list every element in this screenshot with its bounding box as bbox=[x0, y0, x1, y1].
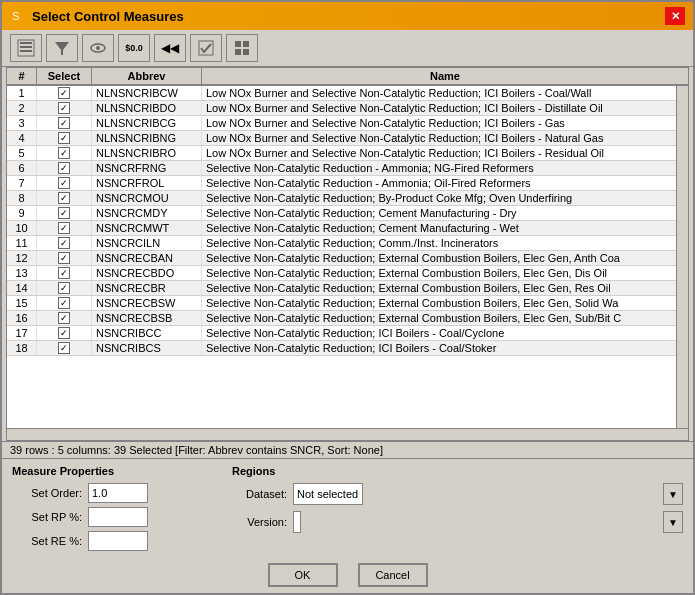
row-name: Selective Non-Catalytic Reduction; Exter… bbox=[202, 266, 676, 280]
horizontal-scrollbar[interactable] bbox=[7, 428, 688, 440]
check-icon bbox=[197, 39, 215, 57]
row-select[interactable] bbox=[37, 191, 92, 205]
checkbox[interactable] bbox=[58, 312, 70, 324]
row-select[interactable] bbox=[37, 341, 92, 355]
svg-rect-11 bbox=[243, 41, 249, 47]
col-header-num: # bbox=[7, 68, 37, 84]
eye-button[interactable] bbox=[82, 34, 114, 62]
rewind-button[interactable]: ◀◀ bbox=[154, 34, 186, 62]
table-row[interactable]: 16 NSNCRECBSB Selective Non-Catalytic Re… bbox=[7, 311, 676, 326]
table-row[interactable]: 10 NSNCRCMWT Selective Non-Catalytic Red… bbox=[7, 221, 676, 236]
row-select[interactable] bbox=[37, 146, 92, 160]
close-button[interactable]: ✕ bbox=[665, 7, 685, 25]
row-select[interactable] bbox=[37, 176, 92, 190]
checkbox[interactable] bbox=[58, 147, 70, 159]
checkbox[interactable] bbox=[58, 177, 70, 189]
regions-title: Regions bbox=[232, 465, 683, 477]
row-select[interactable] bbox=[37, 236, 92, 250]
checkbox[interactable] bbox=[58, 222, 70, 234]
funnel-button[interactable] bbox=[46, 34, 78, 62]
table-row[interactable]: 3 NLNSNCRIBCG Low NOx Burner and Selecti… bbox=[7, 116, 676, 131]
row-select[interactable] bbox=[37, 131, 92, 145]
row-select[interactable] bbox=[37, 161, 92, 175]
checkbox[interactable] bbox=[58, 297, 70, 309]
row-select[interactable] bbox=[37, 281, 92, 295]
table-row[interactable]: 11 NSNCRCILN Selective Non-Catalytic Red… bbox=[7, 236, 676, 251]
check-button[interactable] bbox=[190, 34, 222, 62]
row-num: 9 bbox=[7, 206, 37, 220]
set-re-input[interactable] bbox=[88, 531, 148, 551]
svg-rect-10 bbox=[235, 41, 241, 47]
row-select[interactable] bbox=[37, 311, 92, 325]
table-row[interactable]: 7 NSNCRFROL Selective Non-Catalytic Redu… bbox=[7, 176, 676, 191]
set-order-row: Set Order: bbox=[12, 483, 212, 503]
table-row[interactable]: 17 NSNCRIBCC Selective Non-Catalytic Red… bbox=[7, 326, 676, 341]
row-select[interactable] bbox=[37, 101, 92, 115]
checkbox[interactable] bbox=[58, 192, 70, 204]
funnel-icon bbox=[53, 39, 71, 57]
checkbox[interactable] bbox=[58, 252, 70, 264]
toolbar: $0.0 ◀◀ bbox=[2, 30, 693, 67]
checkbox[interactable] bbox=[58, 117, 70, 129]
checkbox[interactable] bbox=[58, 87, 70, 99]
version-row: Version: ▼ bbox=[232, 511, 683, 533]
row-select[interactable] bbox=[37, 116, 92, 130]
version-dropdown-wrapper: ▼ bbox=[293, 511, 683, 533]
cancel-button[interactable]: Cancel bbox=[358, 563, 428, 587]
row-name: Selective Non-Catalytic Reduction; Exter… bbox=[202, 311, 676, 325]
title-bar: S Select Control Measures ✕ bbox=[2, 2, 693, 30]
filter-button[interactable] bbox=[10, 34, 42, 62]
table-row[interactable]: 15 NSNCRECBSW Selective Non-Catalytic Re… bbox=[7, 296, 676, 311]
checkbox[interactable] bbox=[58, 342, 70, 354]
set-rp-input[interactable] bbox=[88, 507, 148, 527]
table-body[interactable]: 1 NLNSNCRIBCW Low NOx Burner and Selecti… bbox=[7, 86, 676, 428]
row-select[interactable] bbox=[37, 221, 92, 235]
dataset-select[interactable]: Not selected bbox=[293, 483, 363, 505]
row-abbrev: NSNCRECBDO bbox=[92, 266, 202, 280]
row-select[interactable] bbox=[37, 86, 92, 100]
checkbox[interactable] bbox=[58, 132, 70, 144]
row-select[interactable] bbox=[37, 296, 92, 310]
row-abbrev: NSNCRFROL bbox=[92, 176, 202, 190]
table-row[interactable]: 4 NLNSNCRIBNG Low NOx Burner and Selecti… bbox=[7, 131, 676, 146]
row-select[interactable] bbox=[37, 206, 92, 220]
row-select[interactable] bbox=[37, 326, 92, 340]
version-select[interactable] bbox=[293, 511, 301, 533]
version-label: Version: bbox=[232, 516, 287, 528]
table-row[interactable]: 12 NSNCRECBAN Selective Non-Catalytic Re… bbox=[7, 251, 676, 266]
grid-button[interactable] bbox=[226, 34, 258, 62]
checkbox[interactable] bbox=[58, 237, 70, 249]
row-name: Selective Non-Catalytic Reduction; ICI B… bbox=[202, 341, 676, 355]
table-row[interactable]: 18 NSNCRIBCS Selective Non-Catalytic Red… bbox=[7, 341, 676, 356]
row-select[interactable] bbox=[37, 251, 92, 265]
money-button[interactable]: $0.0 bbox=[118, 34, 150, 62]
main-window: S Select Control Measures ✕ bbox=[0, 0, 695, 595]
checkbox[interactable] bbox=[58, 102, 70, 114]
set-rp-row: Set RP %: bbox=[12, 507, 212, 527]
col-header-name: Name bbox=[202, 68, 688, 84]
table-row[interactable]: 1 NLNSNCRIBCW Low NOx Burner and Selecti… bbox=[7, 86, 676, 101]
table-row[interactable]: 2 NLNSNCRIBDO Low NOx Burner and Selecti… bbox=[7, 101, 676, 116]
dialog-buttons: OK Cancel bbox=[12, 563, 683, 587]
scrollbar[interactable] bbox=[676, 86, 688, 428]
row-num: 11 bbox=[7, 236, 37, 250]
row-name: Selective Non-Catalytic Reduction - Ammo… bbox=[202, 161, 676, 175]
row-abbrev: NSNCRCILN bbox=[92, 236, 202, 250]
checkbox[interactable] bbox=[58, 267, 70, 279]
checkbox[interactable] bbox=[58, 162, 70, 174]
table-row[interactable]: 6 NSNCRFRNG Selective Non-Catalytic Redu… bbox=[7, 161, 676, 176]
row-name: Low NOx Burner and Selective Non-Catalyt… bbox=[202, 86, 676, 100]
table-row[interactable]: 8 NSNCRCMOU Selective Non-Catalytic Redu… bbox=[7, 191, 676, 206]
ok-button[interactable]: OK bbox=[268, 563, 338, 587]
checkbox[interactable] bbox=[58, 207, 70, 219]
table-row[interactable]: 14 NSNCRECBR Selective Non-Catalytic Red… bbox=[7, 281, 676, 296]
row-name: Selective Non-Catalytic Reduction; ICI B… bbox=[202, 326, 676, 340]
row-name: Selective Non-Catalytic Reduction; Cemen… bbox=[202, 206, 676, 220]
table-row[interactable]: 9 NSNCRCMDY Selective Non-Catalytic Redu… bbox=[7, 206, 676, 221]
checkbox[interactable] bbox=[58, 282, 70, 294]
table-row[interactable]: 13 NSNCRECBDO Selective Non-Catalytic Re… bbox=[7, 266, 676, 281]
set-order-input[interactable] bbox=[88, 483, 148, 503]
table-row[interactable]: 5 NLNSNCRIBRO Low NOx Burner and Selecti… bbox=[7, 146, 676, 161]
checkbox[interactable] bbox=[58, 327, 70, 339]
row-select[interactable] bbox=[37, 266, 92, 280]
